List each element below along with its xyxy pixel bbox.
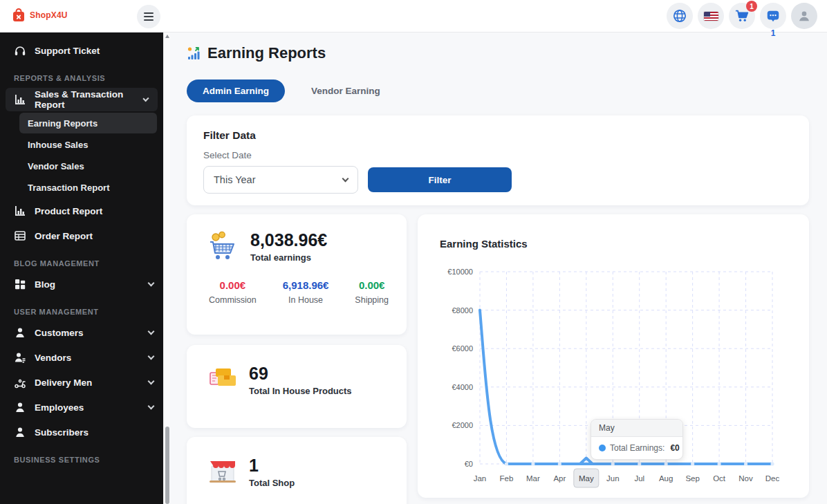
x-axis-tick-jun: Jun	[606, 474, 620, 483]
sidebar-section-reports-analysis: REPORTS & ANALYSIS	[0, 63, 163, 86]
sidebar-item-customers[interactable]: Customers	[0, 320, 163, 345]
tab-vendor-earning[interactable]: Vendor Earning	[311, 86, 380, 96]
sidebar-item-product-report[interactable]: Product Report	[0, 198, 163, 223]
cart-button[interactable]: 1	[729, 3, 755, 29]
shipping-label: Shipping	[355, 295, 389, 305]
sidebar-item-blog[interactable]: Blog	[0, 272, 163, 297]
chevron-down-icon	[148, 378, 155, 385]
y-axis-tick: €2000	[452, 421, 473, 429]
total-earnings-value: 8,038.96€	[250, 231, 327, 249]
profile-avatar-button[interactable]	[791, 3, 817, 29]
scrollbar-thumb[interactable]	[165, 427, 169, 504]
brand-name: ShopX4U	[30, 10, 68, 20]
commission-label: Commission	[209, 295, 257, 305]
person-icon	[14, 401, 26, 413]
x-axis-tick-oct: Oct	[713, 474, 726, 483]
topbar: ShopX4U 1	[0, 0, 827, 32]
y-axis-tick: €6000	[452, 344, 473, 353]
select-date-label: Select Date	[203, 150, 792, 160]
earning-statistics-card: Earning Statistics €0€2000€4000€6000€800…	[418, 214, 809, 498]
locale-flag-button[interactable]	[698, 3, 724, 29]
total-shop-card: 1 Total Shop	[187, 437, 407, 504]
sidebar-section-blog-management: BLOG MANAGEMENT	[0, 248, 163, 272]
sidebar-item-inhouse-sales[interactable]: Inhouse Sales	[19, 134, 157, 155]
sidebar-item-support-ticket[interactable]: Support Ticket	[0, 38, 163, 63]
in-house-label: In House	[283, 295, 329, 305]
total-earnings-card: 8,038.96€ Total earnings 0.00€ Commissio…	[187, 214, 407, 335]
x-axis-tick-apr: Apr	[553, 474, 566, 483]
chat-icon	[765, 8, 781, 24]
headset-icon	[14, 44, 26, 57]
scroll-up-arrow-icon	[165, 35, 169, 38]
x-axis-tick-jan: Jan	[474, 474, 487, 483]
sidebar-item-earning-reports[interactable]: Earning Reports	[19, 113, 157, 133]
boxes-icon	[207, 364, 238, 393]
earning-tabs: Admin Earning Vendor Earning	[187, 80, 380, 102]
total-shop-label: Total Shop	[249, 478, 295, 488]
brand-logo[interactable]: ShopX4U	[12, 8, 68, 22]
grid-icon	[14, 278, 26, 290]
chevron-down-icon	[148, 403, 155, 410]
sidebar-section-user-management: USER MANAGEMENT	[0, 297, 163, 320]
chat-badge: 1	[760, 28, 786, 38]
earnings-breakdown: 0.00€ Commission 6,918.96€ In House 0.00…	[207, 279, 394, 305]
main-content: Earning Reports Admin Earning Vendor Ear…	[170, 32, 827, 504]
sidebar-item-label: Sales & Transaction Report	[35, 89, 127, 110]
sidebar-item-label: Employees	[35, 402, 84, 413]
sidebar-item-label: Blog	[35, 279, 55, 290]
filter-button[interactable]: Filter	[368, 167, 512, 192]
date-select-value: This Year	[214, 174, 255, 185]
sidebar-item-label: Product Report	[35, 206, 102, 216]
tooltip-body: Total Earnings: €0	[591, 437, 682, 459]
bar-chart-icon	[14, 93, 26, 106]
earning-chart-icon	[187, 46, 202, 61]
sidebar-item-vendors[interactable]: Vendors	[0, 345, 163, 370]
y-axis-tick: €0	[465, 460, 473, 468]
x-axis-tick-jul: Jul	[634, 474, 644, 483]
in-house-value: 6,918.96€	[283, 279, 329, 291]
cart-badge: 1	[746, 1, 757, 12]
cart-coins-icon	[207, 231, 239, 261]
page-title-row: Earning Reports	[187, 44, 326, 62]
sidebar-scrollbar[interactable]	[163, 32, 170, 504]
sidebar-item-label: Support Ticket	[35, 46, 100, 56]
sidebar-item-label: Delivery Men	[35, 377, 92, 388]
sidebar-item-employees[interactable]: Employees	[0, 395, 163, 420]
date-select[interactable]: This Year	[203, 166, 358, 194]
tab-admin-earning[interactable]: Admin Earning	[187, 80, 285, 102]
sidebar-toggle-button[interactable]	[137, 5, 160, 28]
sidebar-item-sales-transaction-report[interactable]: Sales & Transaction Report	[6, 88, 158, 111]
total-products-head: 69 Total In House Products	[207, 364, 394, 396]
sidebar-item-transaction-report[interactable]: Transaction Report	[19, 177, 157, 198]
total-shop-value: 1	[249, 456, 295, 474]
messages-button[interactable]: 1	[760, 3, 786, 29]
language-globe-button[interactable]	[667, 3, 693, 29]
filter-card: Filter Data Select Date This Year Filter	[187, 115, 809, 205]
chevron-down-icon	[342, 176, 349, 183]
chevron-down-icon	[143, 95, 149, 102]
chart-tooltip: May Total Earnings: €0	[591, 419, 683, 460]
avatar-icon	[797, 8, 812, 24]
total-products-card: 69 Total In House Products	[187, 345, 407, 428]
sidebar-item-vendor-sales[interactable]: Vendor Sales	[19, 156, 157, 176]
shopping-bag-logo-icon	[12, 8, 26, 22]
shipping-value: 0.00€	[355, 279, 389, 291]
sidebar: Support TicketREPORTS & ANALYSISSales & …	[0, 32, 170, 504]
y-axis-tick: €8000	[452, 306, 473, 315]
sidebar-item-label: Subscribers	[35, 427, 89, 438]
chevron-down-icon	[148, 280, 155, 287]
x-axis-tick-aug: Aug	[659, 474, 673, 483]
page-title: Earning Reports	[207, 44, 326, 62]
sidebar-item-order-report[interactable]: Order Report	[0, 223, 163, 248]
x-axis-tick-feb: Feb	[500, 474, 514, 483]
commission-stat: 0.00€ Commission	[209, 279, 257, 305]
tooltip-series-label: Total Earnings:	[610, 443, 665, 453]
x-axis-tick-mar: Mar	[526, 474, 540, 483]
sidebar-item-delivery-men[interactable]: Delivery Men	[0, 370, 163, 395]
chevron-down-icon	[148, 353, 155, 360]
total-products-label: Total In House Products	[249, 386, 352, 396]
sidebar-item-subscribers[interactable]: Subscribers	[0, 420, 163, 445]
x-axis-tick-nov: Nov	[738, 474, 753, 483]
filter-controls: This Year Filter	[203, 166, 792, 194]
sidebar-nav: Support TicketREPORTS & ANALYSISSales & …	[0, 32, 163, 504]
